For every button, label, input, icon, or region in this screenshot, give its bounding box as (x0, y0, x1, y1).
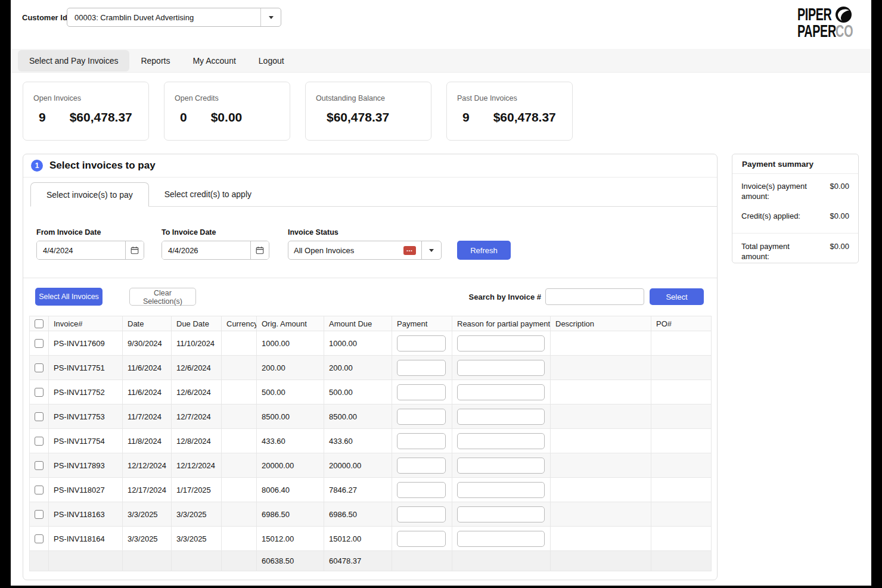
row-checkbox[interactable] (35, 339, 44, 348)
invoice-number: PS-INV117753 (49, 405, 123, 429)
due-date: 3/3/2025 (172, 527, 222, 551)
col-header-payment: Payment (392, 316, 452, 331)
row-checkbox[interactable] (35, 486, 44, 494)
summary-card-open-invoices: Open Invoices9$60,478.37 (23, 82, 149, 141)
col-header-currency: Currency (222, 316, 257, 331)
invoice-table-wrap: Invoice#DateDue DateCurrencyOrig. Amount… (29, 316, 711, 571)
to-date-calendar-button[interactable] (250, 241, 269, 259)
payment-cell (392, 502, 452, 527)
reason-cell (452, 356, 551, 380)
refresh-button[interactable]: Refresh (457, 241, 511, 260)
table-body: PS-INV1176099/30/202411/10/20241000.0010… (30, 331, 712, 551)
payment-input[interactable] (397, 458, 446, 474)
select-all-checkbox[interactable] (35, 319, 44, 328)
to-date-input[interactable] (162, 241, 250, 259)
payment-input[interactable] (397, 531, 446, 547)
description-cell (551, 405, 651, 429)
row-checkbox[interactable] (35, 388, 44, 397)
row-checkbox[interactable] (35, 412, 44, 421)
invoice-panel: 1 Select invoices to pay Select invoice(… (23, 154, 718, 580)
reason-input[interactable] (457, 335, 545, 351)
invoice-date: 3/3/2025 (123, 502, 172, 527)
due-date: 12/12/2024 (172, 453, 222, 478)
row-checkbox[interactable] (35, 363, 44, 372)
reason-input[interactable] (457, 384, 545, 400)
invoice-number: PS-INV118163 (49, 502, 123, 527)
row-checkbox[interactable] (35, 461, 44, 470)
nav-item-reports[interactable]: Reports (129, 50, 181, 71)
customer-select-value: 00003: Cramblin Duvet Advertising (67, 13, 260, 22)
description-cell (551, 380, 651, 405)
reason-input[interactable] (457, 482, 545, 498)
payment-cell (392, 453, 452, 478)
summary-cards: Open Invoices9$60,478.37Open Credits0$0.… (23, 82, 573, 141)
tab-select-credits[interactable]: Select credit(s) to apply (149, 182, 267, 206)
card-label: Open Credits (175, 94, 290, 102)
invoice-status-select[interactable]: All Open Invoices (288, 241, 442, 260)
total-payment-row: Total payment amount: $0.00 (732, 233, 858, 262)
summary-card-past-due-invoices: Past Due Invoices9$60,478.37 (446, 82, 573, 141)
row-checkbox[interactable] (35, 534, 44, 543)
search-select-button[interactable]: Select (650, 288, 704, 305)
row-checkbox-cell (30, 453, 49, 478)
company-logo: PIPER PAPER CO (797, 6, 862, 39)
select-all-invoices-button[interactable]: Select All Invoices (35, 288, 103, 306)
payment-cell (392, 405, 452, 429)
payment-cell (392, 331, 452, 356)
payment-input[interactable] (397, 360, 446, 376)
payment-input[interactable] (397, 335, 446, 351)
payment-input[interactable] (397, 409, 446, 425)
reason-input[interactable] (457, 360, 545, 376)
payment-cell (392, 356, 452, 380)
invoice-row: PS-INV11802712/17/20241/17/20258006.4078… (30, 478, 712, 502)
po-cell (651, 478, 712, 502)
reason-input[interactable] (457, 506, 545, 522)
tab-select-invoices[interactable]: Select invoice(s) to pay (30, 182, 149, 207)
search-invoice-input[interactable] (545, 288, 644, 305)
invoice-date: 11/8/2024 (123, 429, 172, 453)
card-amount: $0.00 (211, 110, 243, 125)
status-more-icon[interactable] (403, 246, 416, 255)
reason-cell (452, 527, 551, 551)
row-checkbox[interactable] (35, 510, 44, 519)
clear-selections-button[interactable]: Clear Selection(s) (129, 288, 196, 306)
logo-suffix: CO (836, 21, 853, 41)
po-cell (651, 331, 712, 356)
col-header-amount-due: Amount Due (324, 316, 392, 331)
credits-applied-value: $0.00 (830, 211, 849, 221)
payment-input[interactable] (397, 433, 446, 449)
customer-select[interactable]: 00003: Cramblin Duvet Advertising (67, 8, 281, 27)
nav-item-logout[interactable]: Logout (247, 50, 296, 71)
nav-item-select-and-pay-invoices[interactable]: Select and Pay Invoices (18, 50, 129, 71)
from-date-label: From Invoice Date (36, 228, 144, 237)
status-select-arrow[interactable] (421, 241, 441, 259)
row-checkbox[interactable] (35, 437, 44, 446)
reason-input[interactable] (457, 433, 545, 449)
payment-input[interactable] (397, 482, 446, 498)
due-date: 12/6/2024 (172, 356, 222, 380)
card-count: 9 (462, 110, 470, 125)
from-date-calendar-button[interactable] (125, 241, 144, 259)
payment-input[interactable] (397, 384, 446, 400)
amount-due: 1000.00 (324, 331, 392, 356)
page: Customer Id 00003: Cramblin Duvet Advert… (11, 0, 871, 586)
reason-input[interactable] (457, 458, 545, 474)
row-checkbox-cell (30, 331, 49, 356)
amount-due: 500.00 (324, 380, 392, 405)
credits-applied-row: Credit(s) applied: $0.00 (741, 211, 849, 221)
currency-cell (222, 453, 257, 478)
payment-input[interactable] (397, 506, 446, 522)
reason-cell (452, 380, 551, 405)
amount-due: 7846.27 (324, 478, 392, 502)
currency-cell (222, 527, 257, 551)
actions-row: Select All Invoices Clear Selection(s) S… (35, 288, 704, 306)
amount-due: 15012.00 (324, 527, 392, 551)
reason-input[interactable] (457, 409, 545, 425)
currency-cell (222, 429, 257, 453)
nav-item-my-account[interactable]: My Account (181, 50, 247, 71)
row-checkbox-cell (30, 356, 49, 380)
reason-input[interactable] (457, 531, 545, 547)
to-date-group (162, 241, 269, 260)
customer-select-arrow[interactable] (260, 8, 281, 26)
from-date-input[interactable] (37, 241, 125, 259)
